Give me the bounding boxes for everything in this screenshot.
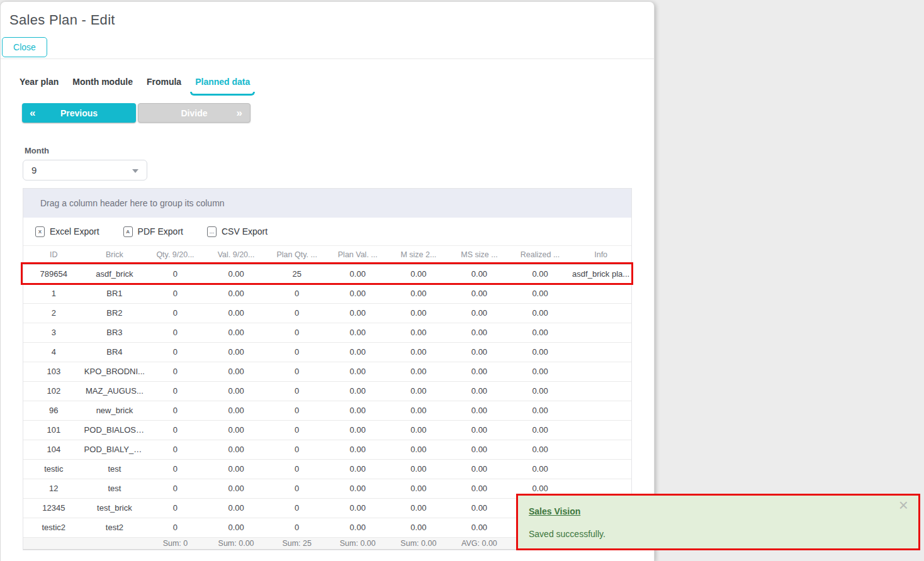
tab-year-plan[interactable]: Year plan (20, 77, 59, 92)
table-cell: 0.00 (206, 499, 267, 518)
table-cell: MAZ_AUGUS... (84, 382, 145, 401)
tab-planned-data[interactable]: Planned data (195, 77, 250, 92)
table-row[interactable]: 789654asdf_brick00.00250.000.000.000.00a… (23, 265, 631, 284)
table-cell: test_brick (84, 499, 145, 518)
group-panel[interactable]: Drag a column header here to group its c… (23, 189, 631, 218)
column-header[interactable]: Info (570, 246, 631, 264)
excel-export-button[interactable]: X Excel Export (31, 226, 103, 238)
table-cell: testic (23, 460, 84, 479)
excel-file-icon: X (35, 226, 45, 237)
column-header[interactable]: Brick (84, 246, 145, 264)
footer-cell (23, 538, 84, 549)
close-icon[interactable]: × (899, 497, 908, 513)
table-cell: 0.00 (327, 382, 388, 401)
column-header[interactable]: Val. 9/20... (206, 246, 267, 264)
column-header[interactable]: Plan Qty. ... (266, 246, 327, 264)
double-chevron-right-icon: » (237, 106, 242, 119)
table-row[interactable]: 104POD_BIALY_A...00.0000.000.000.000.00 (23, 440, 631, 460)
table-cell: test2 (84, 518, 145, 537)
table-cell: 0 (266, 479, 327, 498)
table-cell: 0.00 (449, 343, 510, 362)
table-cell: 0.00 (449, 323, 510, 342)
table-cell (570, 382, 631, 401)
header-divider (1, 58, 654, 59)
table-cell: 0.00 (327, 362, 388, 381)
csv-export-label: CSV Export (222, 226, 268, 236)
tab-fromula[interactable]: Fromula (147, 77, 181, 92)
table-cell (570, 343, 631, 362)
table-row[interactable]: 102MAZ_AUGUS...00.0000.000.000.000.00 (23, 382, 631, 401)
table-cell: 0.00 (449, 499, 510, 518)
column-header[interactable]: Qty. 9/20... (145, 246, 206, 264)
table-cell (570, 421, 631, 440)
csv-export-button[interactable]: … CSV Export (203, 226, 271, 238)
table-cell: 0.00 (449, 479, 510, 498)
table-cell: 0 (266, 323, 327, 342)
table-cell: 0 (145, 518, 206, 537)
table-cell: 0.00 (449, 518, 510, 537)
column-header[interactable]: ID (23, 246, 84, 264)
table-cell: 0 (266, 440, 327, 459)
tab-month-module[interactable]: Month module (72, 77, 133, 92)
table-row[interactable]: 101POD_BIALOST...00.0000.000.000.000.00 (23, 421, 631, 440)
table-cell: 1 (23, 284, 84, 303)
table-cell: 0 (145, 479, 206, 498)
table-cell: 0.00 (449, 284, 510, 303)
table-cell: asdf_brick pla... (570, 265, 631, 284)
pdf-export-button[interactable]: A PDF Export (120, 226, 187, 238)
table-cell: 0 (145, 304, 206, 323)
table-cell: 0.00 (510, 421, 571, 440)
column-header[interactable]: M size 2... (388, 246, 449, 264)
table-cell: 0.00 (327, 323, 388, 342)
table-cell: 0.00 (206, 343, 267, 362)
table-header-row: IDBrickQty. 9/20...Val. 9/20...Plan Qty.… (23, 246, 631, 265)
column-header[interactable]: Plan Val. ... (327, 246, 388, 264)
table-row[interactable]: 1BR100.0000.000.000.000.00 (23, 284, 631, 304)
table-cell: 0.00 (206, 479, 267, 498)
close-button[interactable]: Close (2, 37, 47, 57)
table-cell: 0.00 (449, 304, 510, 323)
table-cell: 0 (145, 265, 206, 284)
toast-title[interactable]: Sales Vision (529, 506, 580, 516)
column-header[interactable]: MS size ... (449, 246, 510, 264)
table-cell (570, 304, 631, 323)
table-cell: 0 (266, 460, 327, 479)
table-cell: 101 (23, 421, 84, 440)
table-cell: 0 (145, 284, 206, 303)
table-cell: 0.00 (206, 323, 267, 342)
table-cell: 0 (266, 362, 327, 381)
table-row[interactable]: 3BR300.0000.000.000.000.00 (23, 323, 631, 343)
table-cell: 0.00 (388, 284, 449, 303)
table-cell: 0 (266, 343, 327, 362)
table-row[interactable]: 2BR200.0000.000.000.000.00 (23, 304, 631, 323)
tab-bar: Year plan Month module Fromula Planned d… (20, 77, 264, 92)
footer-cell (84, 538, 145, 549)
column-header[interactable]: Realized ... (510, 246, 571, 264)
previous-button[interactable]: « Previous (22, 103, 136, 123)
table-row[interactable]: 103KPO_BRODNI...00.0000.000.000.000.00 (23, 362, 631, 382)
table-cell: 0.00 (327, 499, 388, 518)
table-cell: 0.00 (449, 382, 510, 401)
table-row[interactable]: 96new_brick00.0000.000.000.000.00 (23, 401, 631, 421)
success-toast: Sales Vision × Saved successfully. (516, 494, 920, 550)
table-cell: 0.00 (327, 304, 388, 323)
table-cell: 0.00 (388, 401, 449, 420)
table-cell: 0.00 (327, 343, 388, 362)
table-cell: 0.00 (449, 421, 510, 440)
table-cell: 0.00 (388, 382, 449, 401)
table-cell: 96 (23, 401, 84, 420)
table-cell: 0 (145, 499, 206, 518)
table-cell: 0.00 (449, 401, 510, 420)
divide-button[interactable]: Divide » (138, 103, 251, 123)
table-cell: 102 (23, 382, 84, 401)
month-select[interactable]: 9 (23, 160, 147, 181)
table-cell: BR4 (84, 343, 145, 362)
table-cell: 789654 (23, 265, 84, 284)
table-cell: 0 (145, 460, 206, 479)
table-cell: 0.00 (388, 518, 449, 537)
table-cell: 0.00 (327, 479, 388, 498)
table-row[interactable]: 4BR400.0000.000.000.000.00 (23, 343, 631, 362)
footer-cell: Sum: 0.00 (327, 538, 388, 549)
table-row[interactable]: testictest00.0000.000.000.000.00 (23, 460, 631, 479)
pdf-export-label: PDF Export (138, 226, 183, 236)
